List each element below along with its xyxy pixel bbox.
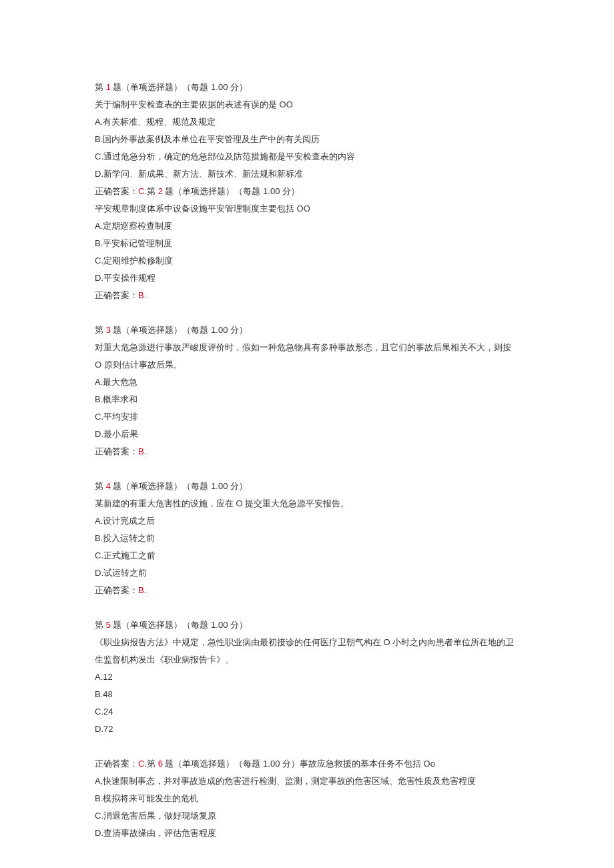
q2-ans: B.: [138, 290, 146, 300]
q5-prefix: 第: [95, 620, 106, 630]
q3-option-a: A.最大危急: [95, 374, 519, 391]
q3-header: 第 3 题（单项选择题）（每题 1.00 分）: [95, 322, 519, 339]
q4-option-b: B.投入运转之前: [95, 530, 519, 547]
q4-option-a: A.设计完成之后: [95, 512, 519, 530]
q4-after: 题（单项选择题）（每题 1.00 分）: [111, 481, 248, 491]
spacer: [95, 304, 519, 322]
q2-ans-label: 正确答案：: [95, 290, 138, 300]
q1-answer-line: 正确答案：C.第 2 题（单项选择题）（每题 1.00 分）: [95, 183, 519, 200]
q6-option-b: B.模拟将来可能发生的危机: [95, 790, 519, 807]
q5-number: 5: [106, 620, 111, 630]
q3-option-d: D.最小后果: [95, 426, 519, 443]
q1-number: 1: [106, 82, 111, 92]
q3-ans: B.: [138, 446, 146, 456]
q3-after: 题（单项选择题）（每题 1.00 分）: [111, 325, 248, 335]
q3-ans-label: 正确答案：: [95, 446, 138, 456]
q5-option-c: C.24: [95, 703, 519, 721]
q1-header: 第 1 题（单项选择题）（每题 1.00 分）: [95, 79, 519, 96]
q6-option-c: C.消退危害后果，做好现场复原: [95, 807, 519, 825]
q4-stem: 某新建的有重大危害性的设施，应在 O 提交重大危急源平安报告。: [95, 495, 519, 512]
q3-answer-line: 正确答案：B.: [95, 443, 519, 460]
q1-option-c: C.通过危急分析，确定的危急部位及防范措施都是平安检查表的内容: [95, 148, 519, 165]
q5-header: 第 5 题（单项选择题）（每题 1.00 分）: [95, 616, 519, 634]
q5-ans: C.: [138, 759, 147, 769]
q2-answer-line: 正确答案：B.: [95, 287, 519, 304]
q4-ans-label: 正确答案：: [95, 585, 138, 595]
q2-stem: 平安规章制度体系中设备设施平安管理制度主要包括 OO: [95, 200, 519, 218]
q1-prefix: 第: [95, 82, 106, 92]
q6-number: 6: [158, 759, 163, 769]
q2-option-a: A.定期巡察检查制度: [95, 218, 519, 235]
q4-prefix: 第: [95, 481, 106, 491]
q1-option-a: A.有关标准、规程、规范及规定: [95, 113, 519, 131]
q5-option-a: A.12: [95, 669, 519, 686]
q3-option-c: C.平均安排: [95, 408, 519, 426]
q1-option-b: B.国内外事故案例及本单位在平安管理及生产中的有关阅历: [95, 131, 519, 148]
q1-after: 题（单项选择题）（每题 1.00 分）: [111, 82, 248, 92]
q5-answer-line: 正确答案：C.第 6 题（单项选择题）（每题 1.00 分）事故应急救援的基本任…: [95, 755, 519, 773]
q5-ans-label: 正确答案：: [95, 759, 138, 769]
q3-number: 3: [106, 325, 111, 335]
q4-header: 第 4 题（单项选择题）（每题 1.00 分）: [95, 478, 519, 495]
q5-stem: 《职业病报告方法》中规定，急性职业病由最初接诊的任何医疗卫朝气构在 O 小时之内…: [95, 634, 519, 669]
spacer: [95, 738, 519, 755]
q2-number: 2: [158, 186, 163, 196]
q6-prefix: 第: [147, 759, 158, 769]
q4-answer-line: 正确答案：B.: [95, 582, 519, 599]
q2-after: 题（单项选择题）（每题 1.00 分）: [163, 186, 300, 196]
q5-after: 题（单项选择题）（每题 1.00 分）: [111, 620, 248, 630]
q3-option-b: B.概率求和: [95, 391, 519, 408]
q6-option-a: A,快速限制事态，并对事故造成的危害进行检测、监测，测定事故的危害区域、危害性质…: [95, 773, 519, 790]
q6-option-d: D.查清事故缘由，评估危害程度: [95, 825, 519, 842]
q2-prefix: 第: [147, 186, 158, 196]
q4-ans: B.: [138, 585, 146, 595]
q4-option-d: D.试运转之前: [95, 564, 519, 582]
q1-option-d: D.新学问、新成果、新方法、新技术、新法规和新标准: [95, 165, 519, 183]
q2-option-b: B.平安标记管理制度: [95, 235, 519, 252]
spacer: [95, 599, 519, 616]
q4-number: 4: [106, 481, 111, 491]
q1-ans-label: 正确答案：: [95, 186, 138, 196]
q4-option-c: C.正式施工之前: [95, 547, 519, 564]
q3-stem: 对重大危急源进行事故严峻度评价时，假如一种危急物具有多种事故形态，且它们的事故后…: [95, 339, 519, 374]
q2-option-c: C.定期维护检修制度: [95, 252, 519, 270]
q1-ans: C.: [138, 186, 147, 196]
document-page: 第 1 题（单项选择题）（每题 1.00 分） 关于编制平安检查表的主要依据的表…: [0, 0, 614, 868]
q6-after: 题（单项选择题）（每题 1.00 分）事故应急救援的基本任务不包括 Oo: [163, 759, 435, 769]
q2-option-d: D.平安操作规程: [95, 270, 519, 287]
q1-stem: 关于编制平安检查表的主要依据的表述有误的是 OO: [95, 96, 519, 113]
q5-option-d: D.72: [95, 721, 519, 738]
q5-option-b: B.48: [95, 686, 519, 703]
q3-prefix: 第: [95, 325, 106, 335]
spacer: [95, 460, 519, 478]
